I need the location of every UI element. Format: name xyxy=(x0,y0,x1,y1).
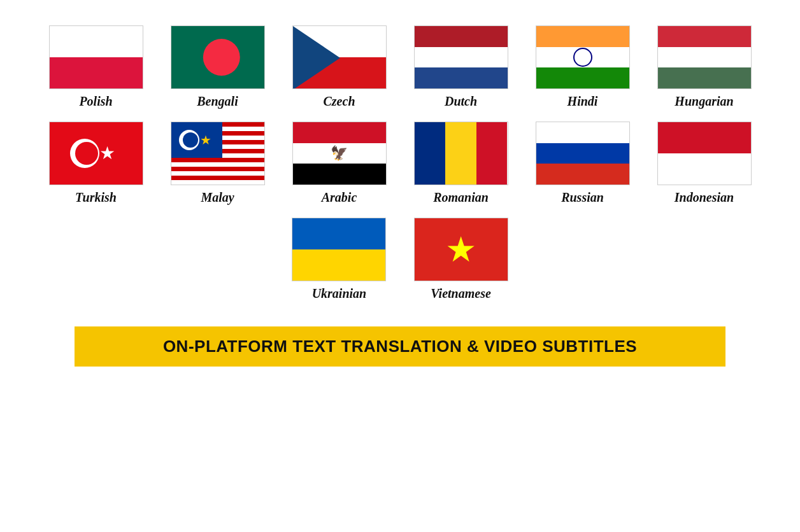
flag-label-malay: Malay xyxy=(201,190,234,205)
flag-czech xyxy=(292,25,387,89)
flag-bengali xyxy=(171,25,265,89)
flag-vietnamese: ★ xyxy=(414,218,508,281)
flag-indonesian xyxy=(657,122,752,185)
flag-romanian xyxy=(414,122,508,185)
flag-item-dutch[interactable]: Dutch xyxy=(403,25,518,109)
flag-item-russian[interactable]: Russian xyxy=(525,122,640,205)
flag-item-czech[interactable]: Czech xyxy=(282,25,397,109)
banner-container: ON-PLATFORM TEXT TRANSLATION & VIDEO SUB… xyxy=(38,326,762,367)
flag-item-bengali[interactable]: Bengali xyxy=(160,25,275,109)
flag-polish xyxy=(49,25,143,89)
flag-hindi xyxy=(536,25,630,89)
flag-label-indonesian: Indonesian xyxy=(675,190,734,205)
flag-label-hindi: Hindi xyxy=(568,94,598,109)
flag-label-arabic: Arabic xyxy=(322,190,357,205)
flag-item-hungarian[interactable]: Hungarian xyxy=(646,25,762,109)
flag-label-vietnamese: Vietnamese xyxy=(431,286,490,301)
banner: ON-PLATFORM TEXT TRANSLATION & VIDEO SUB… xyxy=(75,326,725,367)
banner-text: ON-PLATFORM TEXT TRANSLATION & VIDEO SUB… xyxy=(163,337,637,356)
flag-label-polish: Polish xyxy=(79,94,112,109)
flag-item-hindi[interactable]: Hindi xyxy=(525,25,640,109)
flag-hungarian xyxy=(657,25,752,89)
flag-label-turkish: Turkish xyxy=(75,190,117,205)
flag-label-romanian: Romanian xyxy=(433,190,489,205)
flag-ukrainian xyxy=(292,218,386,281)
flag-item-arabic[interactable]: 🦅 Arabic xyxy=(282,122,397,205)
flag-item-turkish[interactable]: ★ Turkish xyxy=(38,122,154,205)
flag-label-czech: Czech xyxy=(324,94,355,109)
flag-label-hungarian: Hungarian xyxy=(675,94,733,109)
flag-item-polish[interactable]: Polish xyxy=(38,25,154,109)
flags-row3: Ukrainian ★ Vietnamese xyxy=(38,218,762,301)
flags-grid: Polish Bengali Czech Dutch xyxy=(38,25,762,205)
flag-malay: ★ xyxy=(171,122,265,185)
flag-label-russian: Russian xyxy=(561,190,604,205)
flag-russian xyxy=(536,122,630,185)
flag-turkish: ★ xyxy=(49,122,143,185)
flag-arabic: 🦅 xyxy=(292,122,387,185)
flag-label-dutch: Dutch xyxy=(445,94,477,109)
flag-label-bengali: Bengali xyxy=(197,94,238,109)
flag-item-ukrainian[interactable]: Ukrainian xyxy=(282,218,397,301)
flag-item-indonesian[interactable]: Indonesian xyxy=(646,122,762,205)
flag-item-romanian[interactable]: Romanian xyxy=(403,122,518,205)
flag-dutch xyxy=(414,25,508,89)
flag-item-malay[interactable]: ★ Malay xyxy=(160,122,275,205)
flag-item-vietnamese[interactable]: ★ Vietnamese xyxy=(403,218,518,301)
flag-label-ukrainian: Ukrainian xyxy=(312,286,367,301)
